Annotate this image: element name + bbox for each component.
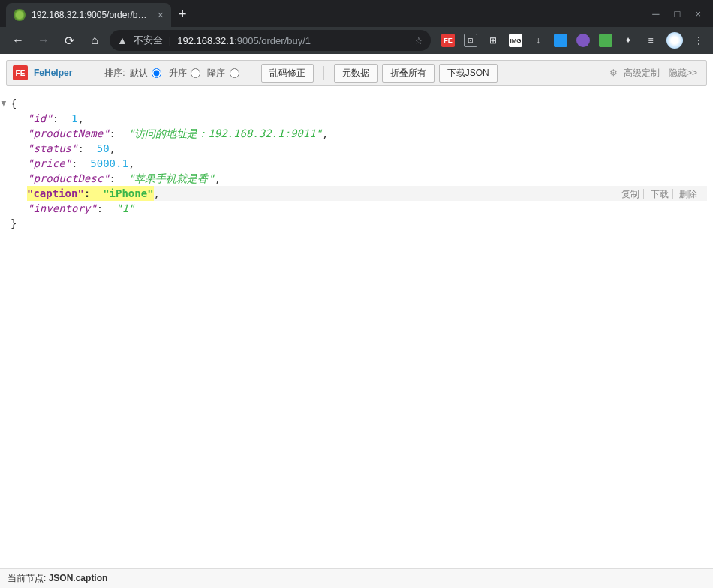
window-controls: ─ □ × — [640, 8, 713, 27]
json-viewer: ▶ { "id": 1, "productName": "访问的地址是：192.… — [0, 92, 713, 238]
nav-back-icon[interactable]: ← — [8, 30, 29, 51]
ext-icon-green[interactable] — [599, 34, 612, 47]
collapse-toggle-icon[interactable]: ▶ — [0, 101, 11, 109]
json-line-inventory[interactable]: "inventory": "1" — [27, 201, 707, 216]
row-actions: 复制 下载 删除 — [618, 187, 701, 202]
download-json-button[interactable]: 下载JSON — [439, 64, 498, 82]
nav-reload-icon[interactable]: ⟳ — [59, 30, 80, 51]
bookmark-star-icon[interactable]: ☆ — [414, 35, 423, 46]
browser-extensions: FE ⊡ ⊞ IMG ↓ ✦ ≡ ⋮ — [441, 32, 705, 49]
tab-close-icon[interactable]: × — [158, 9, 164, 21]
window-minimize-icon[interactable]: ─ — [652, 8, 659, 20]
ext-icon-purple[interactable] — [576, 34, 590, 47]
json-root[interactable]: ▶ { "id": 1, "productName": "访问的地址是：192.… — [11, 96, 707, 231]
collapse-all-button[interactable]: 折叠所有 — [382, 64, 435, 82]
row-download-button[interactable]: 下载 — [647, 189, 673, 200]
gear-icon: ⚙ — [609, 68, 618, 78]
open-brace: { — [11, 98, 17, 110]
url-separator: | — [169, 35, 171, 46]
browser-tab[interactable]: 192.168.32.1:9005/order/buy/1 × — [6, 3, 171, 27]
new-tab-button[interactable]: + — [179, 7, 187, 22]
sort-asc-radio[interactable]: 升序 — [169, 68, 200, 78]
tab-favicon-icon — [14, 9, 26, 21]
metadata-button[interactable]: 元数据 — [334, 64, 378, 82]
insecure-label: 不安全 — [134, 34, 163, 47]
status-bar: 当前节点: JSON.caption — [0, 568, 713, 588]
toolbar-separator — [323, 66, 324, 80]
profile-avatar-icon[interactable] — [666, 32, 683, 49]
toolbar-separator — [95, 66, 95, 80]
sort-desc-radio[interactable]: 降序 — [207, 68, 239, 78]
reading-list-icon[interactable]: ≡ — [644, 34, 657, 47]
fix-garbled-button[interactable]: 乱码修正 — [261, 64, 314, 82]
extensions-puzzle-icon[interactable]: ✦ — [621, 34, 635, 47]
browser-tab-strip: 192.168.32.1:9005/order/buy/1 × + ─ □ × — [0, 0, 713, 27]
sort-controls: 排序: 默认 升序 降序 — [104, 67, 241, 80]
url-text: 192.168.32.1:9005/order/buy/1 — [177, 35, 311, 46]
nav-home-icon[interactable]: ⌂ — [84, 30, 105, 51]
close-brace: } — [11, 218, 17, 230]
tab-title: 192.168.32.1:9005/order/buy/1 — [32, 10, 152, 20]
json-line-productdesc[interactable]: "productDesc": "苹果手机就是香", — [27, 171, 707, 186]
fehelper-ext-icon[interactable]: FE — [441, 34, 455, 47]
status-label: 当前节点: — [8, 573, 46, 584]
url-bar[interactable]: ▲ 不安全 | 192.168.32.1:9005/order/buy/1 ☆ — [110, 30, 431, 51]
json-line-id[interactable]: "id": 1, — [27, 111, 707, 126]
browser-nav-bar: ← → ⟳ ⌂ ▲ 不安全 | 192.168.32.1:9005/order/… — [0, 27, 713, 54]
ext-icon-2[interactable]: ⊞ — [486, 34, 500, 47]
nav-forward-icon[interactable]: → — [33, 30, 54, 51]
status-path: JSON.caption — [49, 573, 108, 584]
fehelper-name[interactable]: FeHelper — [34, 68, 72, 78]
fehelper-logo-icon: FE — [13, 65, 28, 80]
json-line-price[interactable]: "price": 5000.1, — [27, 156, 707, 171]
ext-icon-1[interactable]: ⊡ — [464, 34, 477, 47]
advanced-customize-link[interactable]: 高级定制 — [624, 67, 660, 80]
sort-label: 排序: — [104, 68, 125, 78]
download-ext-icon[interactable]: ↓ — [531, 34, 545, 47]
json-line-productname[interactable]: "productName": "访问的地址是：192.168.32.1:9011… — [27, 126, 707, 141]
browser-menu-icon[interactable]: ⋮ — [692, 34, 705, 47]
json-line-caption-selected[interactable]: "caption": "iPhone", 复制 下载 删除 — [27, 186, 707, 201]
json-line-status[interactable]: "status": 50, — [27, 141, 707, 156]
fehelper-toolbar: FE FeHelper 排序: 默认 升序 降序 乱码修正 元数据 折叠所有 下… — [6, 60, 707, 86]
window-maximize-icon[interactable]: □ — [675, 8, 681, 20]
ext-icon-blue[interactable] — [554, 34, 567, 47]
hide-toolbar-link[interactable]: 隐藏>> — [669, 67, 697, 80]
insecure-warning-icon: ▲ — [117, 34, 128, 46]
sort-default-radio[interactable]: 默认 — [130, 68, 161, 78]
img-ext-icon[interactable]: IMG — [509, 34, 522, 47]
toolbar-separator — [251, 66, 251, 80]
row-delete-button[interactable]: 删除 — [675, 189, 701, 200]
row-copy-button[interactable]: 复制 — [618, 189, 644, 200]
window-close-icon[interactable]: × — [695, 8, 701, 20]
